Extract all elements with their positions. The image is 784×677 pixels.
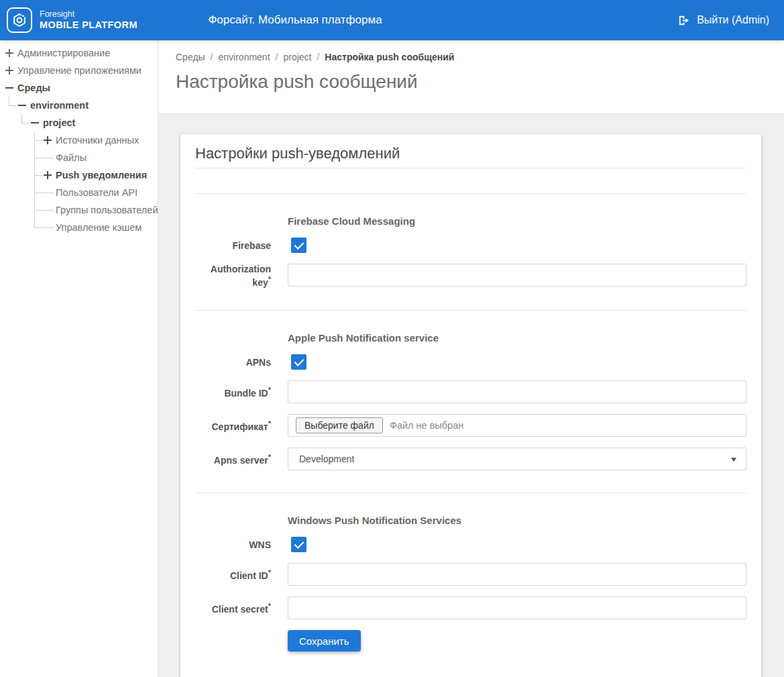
foresight-logo-icon xyxy=(7,7,32,33)
client-secret-input[interactable] xyxy=(288,596,746,619)
bundle-id-input[interactable] xyxy=(288,380,746,403)
required-mark: * xyxy=(268,602,271,610)
sidebar-item-label: Администрирование xyxy=(17,48,110,58)
page-title: Настройка push сообщений xyxy=(176,71,784,93)
expand-plus-icon[interactable] xyxy=(44,136,52,144)
sign-out-icon xyxy=(677,14,690,27)
sidebar-item-user-groups[interactable]: Группы пользователей xyxy=(0,201,158,219)
tree-node[interactable]: Среды xyxy=(0,79,158,97)
logout-button[interactable]: Выйти (Admin) xyxy=(677,14,769,27)
apns-checkbox[interactable] xyxy=(291,354,306,370)
required-mark: * xyxy=(268,386,271,394)
form-row-client-secret: Client secret* xyxy=(195,596,746,619)
tree-node[interactable]: Push уведомления xyxy=(0,166,158,184)
firebase-checkbox[interactable] xyxy=(291,238,306,253)
form-row-firebase-toggle: Firebase xyxy=(195,238,746,254)
apns-server-select[interactable]: Development xyxy=(288,448,746,470)
tree-node[interactable]: Источники данных xyxy=(0,132,158,149)
page-header-band: Среды / environment / project / Настройк… xyxy=(158,40,784,114)
field-label-apns: APNs xyxy=(195,357,288,368)
breadcrumb-current: Настройка push сообщений xyxy=(325,52,454,62)
sidebar-item-app-management[interactable]: Управление приложениями xyxy=(0,62,158,79)
sidebar-item-label: Пользователи API xyxy=(56,187,137,198)
required-mark: * xyxy=(268,568,271,576)
tree-node[interactable]: Управление приложениями xyxy=(0,62,158,79)
breadcrumb-environment[interactable]: environment xyxy=(219,52,270,62)
field-label-certificate: Сертификат* xyxy=(195,419,288,432)
collapse-minus-icon[interactable] xyxy=(31,119,39,127)
client-id-input[interactable] xyxy=(288,563,746,586)
expand-plus-icon[interactable] xyxy=(5,66,13,74)
sidebar-item-environments[interactable]: Среды environment project xyxy=(0,79,158,236)
wns-checkbox[interactable] xyxy=(291,537,306,552)
sidebar-item-environment[interactable]: environment project xyxy=(0,97,158,236)
sidebar-item-label: project xyxy=(43,117,75,128)
tree-node[interactable]: Файлы xyxy=(0,149,158,166)
field-cell xyxy=(288,537,746,553)
save-row: Сохранить xyxy=(195,630,746,652)
logout-label: Выйти (Admin) xyxy=(697,14,769,26)
logo-text: Foresight MOBILE PLATFORM xyxy=(40,9,137,30)
collapse-minus-icon[interactable] xyxy=(5,84,13,92)
tree-node[interactable]: Администрирование xyxy=(0,44,158,62)
tree-node[interactable]: environment xyxy=(0,97,158,114)
sidebar-item-label: Группы пользователей xyxy=(56,205,158,215)
sidebar-item-cache-management[interactable]: Управление кэшем xyxy=(0,219,158,236)
breadcrumb-environments[interactable]: Среды xyxy=(176,52,205,62)
sidebar-item-files[interactable]: Файлы xyxy=(0,149,158,166)
chevron-down-icon xyxy=(731,458,736,462)
choose-file-button[interactable]: Выберите файл xyxy=(296,417,383,433)
field-label-authorization-key: Authorization key* xyxy=(195,264,288,288)
sidebar-item-label: Файлы xyxy=(56,152,87,163)
required-mark: * xyxy=(268,453,271,461)
app-logo[interactable]: Foresight MOBILE PLATFORM xyxy=(7,7,137,33)
breadcrumb-separator: / xyxy=(276,52,278,62)
label-text: Client secret xyxy=(212,603,268,614)
sidebar-item-administration[interactable]: Администрирование xyxy=(0,44,158,62)
breadcrumb-project[interactable]: project xyxy=(283,52,311,62)
field-label-client-secret: Client secret* xyxy=(195,602,288,615)
nav-tree: Администрирование Управление приложениям… xyxy=(0,40,158,236)
required-mark: * xyxy=(268,275,271,283)
sidebar-navigation: Администрирование Управление приложениям… xyxy=(0,40,158,677)
collapse-minus-icon[interactable] xyxy=(18,101,26,109)
section-wns: Windows Push Notification Services WNS C… xyxy=(195,493,746,652)
section-firebase: Firebase Cloud Messaging Firebase Author… xyxy=(195,194,746,311)
tree-node[interactable]: Пользователи API xyxy=(0,184,158,201)
content-area: Настройки push-уведомлений Firebase Clou… xyxy=(158,114,784,677)
selected-option: Development xyxy=(299,454,355,464)
breadcrumb: Среды / environment / project / Настройк… xyxy=(176,52,784,62)
required-mark: * xyxy=(268,419,271,427)
sidebar-item-data-sources[interactable]: Источники данных xyxy=(0,132,158,149)
authorization-key-input[interactable] xyxy=(288,264,746,287)
label-text: Apns server xyxy=(214,454,268,465)
app-header: Foresight MOBILE PLATFORM Форсайт. Мобил… xyxy=(0,0,784,40)
save-button[interactable]: Сохранить xyxy=(288,630,361,652)
expand-plus-icon[interactable] xyxy=(44,171,52,179)
sidebar-item-api-users[interactable]: Пользователи API xyxy=(0,184,158,201)
sidebar-item-label: Push уведомления xyxy=(56,170,147,180)
certificate-file-input[interactable]: Выберите файл Файл не выбран xyxy=(288,414,746,437)
sidebar-item-push-notifications[interactable]: Push уведомления xyxy=(0,166,158,184)
main-content: Среды / environment / project / Настройк… xyxy=(158,40,784,677)
tree-node[interactable]: Управление кэшем xyxy=(0,219,158,236)
sidebar-item-label: Среды xyxy=(17,83,50,93)
field-cell: Development xyxy=(288,448,746,470)
sidebar-item-label: environment xyxy=(30,100,89,111)
expand-plus-icon[interactable] xyxy=(5,49,13,57)
field-label-apns-server: Apns server* xyxy=(195,453,288,466)
field-label-bundle-id: Bundle ID* xyxy=(195,386,288,399)
form-row-wns-toggle: WNS xyxy=(195,537,746,553)
sidebar-item-project[interactable]: project Источники данных xyxy=(0,114,158,236)
sidebar-item-label: Управление кэшем xyxy=(56,222,142,233)
app-title: Форсайт. Мобильная платформа xyxy=(208,13,382,27)
field-cell xyxy=(288,596,746,619)
label-text: Client ID xyxy=(230,570,268,580)
tree-node[interactable]: project xyxy=(0,114,158,132)
form-row-apns-server: Apns server* Development xyxy=(195,448,746,470)
field-cell xyxy=(288,238,746,254)
logo-line1: Foresight xyxy=(40,9,137,19)
section-apns: Apple Push Notification service APNs Bun… xyxy=(195,311,746,493)
tree-node[interactable]: Группы пользователей xyxy=(0,201,158,219)
card-title: Настройки push-уведомлений xyxy=(195,134,746,168)
